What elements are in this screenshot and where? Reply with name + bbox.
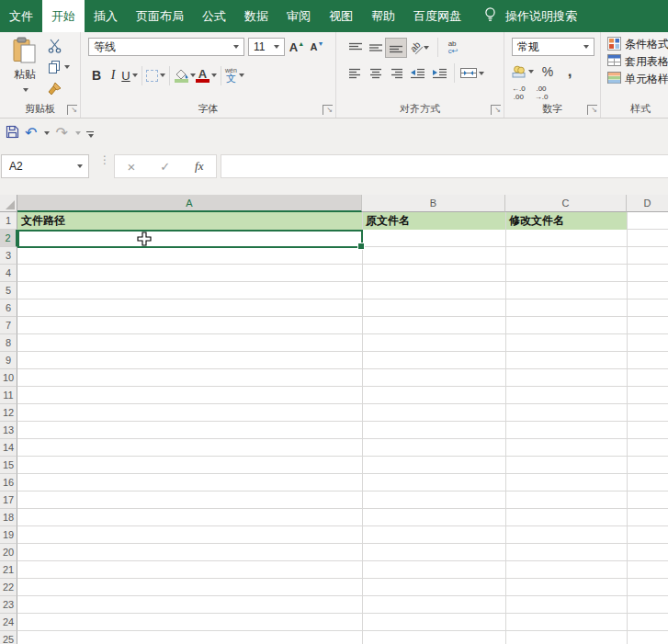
accounting-format-button[interactable] bbox=[512, 62, 534, 81]
copy-button[interactable] bbox=[48, 60, 70, 74]
tab-baidu-netdisk[interactable]: 百度网盘 bbox=[404, 0, 470, 32]
formula-input[interactable] bbox=[221, 154, 668, 178]
clipboard-dialog-launcher[interactable]: ↘ bbox=[67, 105, 77, 115]
number-dialog-launcher[interactable]: ↘ bbox=[587, 105, 597, 115]
row-header[interactable]: 6 bbox=[0, 299, 17, 317]
borders-button[interactable] bbox=[146, 66, 165, 85]
decrease-indent-button[interactable] bbox=[406, 64, 428, 83]
font-dialog-launcher[interactable]: ↘ bbox=[323, 105, 333, 115]
format-as-table-button[interactable]: 套用表格格式 bbox=[601, 53, 668, 71]
row-header[interactable]: 3 bbox=[0, 247, 17, 265]
select-all-corner[interactable] bbox=[0, 195, 17, 212]
italic-button[interactable]: I bbox=[105, 66, 121, 85]
cells-area[interactable]: 文件路径 原文件名 修改文件名 bbox=[17, 212, 668, 644]
paste-button[interactable]: 粘贴 bbox=[5, 37, 45, 96]
column-header-D[interactable]: D bbox=[627, 195, 668, 212]
accounting-caret[interactable] bbox=[528, 70, 534, 73]
column-header-B[interactable]: B bbox=[362, 195, 505, 212]
row-header[interactable]: 19 bbox=[0, 526, 17, 544]
orientation-caret[interactable] bbox=[424, 46, 429, 50]
tab-page-layout[interactable]: 页面布局 bbox=[127, 0, 193, 32]
cell-styles-button[interactable]: 单元格样式 bbox=[601, 71, 668, 88]
cut-button[interactable] bbox=[48, 39, 70, 53]
row-header[interactable]: 5 bbox=[0, 282, 17, 299]
increase-font-size-button[interactable]: A▲ bbox=[289, 38, 305, 56]
row-header[interactable]: 7 bbox=[0, 317, 17, 334]
tab-home[interactable]: 开始 bbox=[42, 0, 85, 32]
row-header[interactable]: 9 bbox=[0, 352, 17, 369]
merge-caret[interactable] bbox=[479, 72, 484, 75]
row-header[interactable]: 12 bbox=[0, 404, 17, 422]
row-header[interactable]: 2 bbox=[0, 230, 17, 247]
tab-file[interactable]: 文件 bbox=[0, 0, 42, 32]
conditional-formatting-button[interactable]: 条件格式 bbox=[601, 36, 668, 53]
phonetic-guide-button[interactable]: wén文 bbox=[225, 66, 244, 85]
comma-style-button[interactable]: , bbox=[561, 62, 578, 81]
font-size-combo[interactable]: 11 bbox=[248, 38, 285, 56]
row-header[interactable]: 1 bbox=[0, 212, 17, 230]
fill-color-button[interactable] bbox=[174, 66, 196, 85]
enter-check-icon[interactable]: ✓ bbox=[160, 160, 170, 174]
alignment-dialog-launcher[interactable]: ↘ bbox=[491, 105, 501, 115]
row-header[interactable]: 16 bbox=[0, 474, 17, 491]
align-center-button[interactable] bbox=[366, 64, 386, 83]
increase-indent-button[interactable] bbox=[428, 64, 450, 83]
paste-dropdown-caret[interactable] bbox=[23, 88, 28, 92]
row-header[interactable]: 22 bbox=[0, 579, 17, 596]
name-box-caret[interactable] bbox=[77, 164, 83, 168]
borders-caret[interactable] bbox=[160, 73, 165, 77]
row-header[interactable]: 4 bbox=[0, 265, 17, 282]
bold-button[interactable]: B bbox=[88, 66, 105, 85]
row-header[interactable]: 20 bbox=[0, 544, 17, 561]
decrease-font-size-button[interactable]: A▼ bbox=[309, 38, 325, 56]
percent-style-button[interactable]: % bbox=[539, 62, 556, 81]
font-color-button[interactable]: A bbox=[196, 66, 217, 85]
row-header[interactable]: 13 bbox=[0, 422, 17, 439]
cell-A1[interactable]: 文件路径 bbox=[17, 212, 362, 230]
row-header[interactable]: 21 bbox=[0, 561, 17, 579]
undo-caret[interactable] bbox=[44, 131, 50, 135]
row-header[interactable]: 17 bbox=[0, 491, 17, 509]
font-name-combo[interactable]: 等线 bbox=[88, 38, 244, 56]
redo-button[interactable]: ↷ bbox=[55, 126, 67, 141]
align-left-button[interactable] bbox=[345, 64, 366, 83]
font-color-caret[interactable] bbox=[211, 73, 217, 77]
row-header[interactable]: 15 bbox=[0, 457, 17, 474]
row-header[interactable]: 24 bbox=[0, 614, 17, 631]
bottom-align-button[interactable] bbox=[386, 39, 406, 57]
top-align-button[interactable] bbox=[345, 39, 366, 57]
cell-B1[interactable]: 原文件名 bbox=[362, 212, 505, 230]
format-painter-button[interactable] bbox=[48, 81, 70, 96]
cancel-icon[interactable]: × bbox=[127, 159, 135, 175]
column-header-C[interactable]: C bbox=[505, 195, 627, 212]
insert-function-button[interactable]: fx bbox=[195, 159, 203, 174]
align-right-button[interactable] bbox=[386, 64, 406, 83]
name-box-splitter[interactable]: ⋮ bbox=[99, 156, 110, 164]
customize-qat-button[interactable] bbox=[86, 129, 94, 139]
row-header[interactable]: 18 bbox=[0, 509, 17, 526]
save-button[interactable] bbox=[6, 125, 19, 142]
row-header[interactable]: 25 bbox=[0, 631, 17, 644]
copy-dropdown-caret[interactable] bbox=[64, 65, 70, 69]
fill-handle[interactable] bbox=[357, 243, 365, 250]
increase-decimal-button[interactable]: ←.0.00 bbox=[512, 85, 526, 101]
underline-button[interactable]: U bbox=[121, 66, 138, 85]
middle-align-button[interactable] bbox=[366, 39, 386, 57]
wrap-text-button[interactable]: abc↩ bbox=[442, 39, 464, 57]
row-header[interactable]: 23 bbox=[0, 596, 17, 614]
tab-formulas[interactable]: 公式 bbox=[193, 0, 235, 32]
tell-me-search[interactable]: 操作说明搜索 bbox=[483, 0, 577, 32]
merge-center-button[interactable] bbox=[459, 64, 486, 83]
undo-button[interactable]: ↶ bbox=[25, 126, 37, 141]
tab-data[interactable]: 数据 bbox=[235, 0, 277, 32]
tab-insert[interactable]: 插入 bbox=[85, 0, 127, 32]
row-header[interactable]: 8 bbox=[0, 334, 17, 352]
phonetic-caret[interactable] bbox=[239, 73, 244, 77]
cell-C1[interactable]: 修改文件名 bbox=[505, 212, 627, 230]
row-header[interactable]: 10 bbox=[0, 369, 17, 387]
column-header-A[interactable]: A bbox=[17, 195, 362, 212]
row-header[interactable]: 14 bbox=[0, 439, 17, 457]
selection-box-A2[interactable] bbox=[17, 230, 363, 248]
tab-view[interactable]: 视图 bbox=[320, 0, 362, 32]
name-box[interactable]: A2 bbox=[1, 154, 89, 178]
